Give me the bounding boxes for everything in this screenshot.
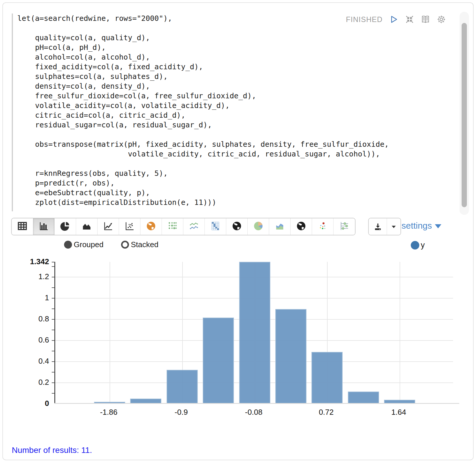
x-axis-label: -1.86: [100, 408, 117, 417]
scrollbar-track[interactable]: [460, 12, 469, 215]
series-color-dot: [411, 241, 419, 249]
parallel-coordinates-icon: [339, 221, 350, 232]
chart-type-button-multi-line[interactable]: [183, 218, 205, 235]
status-badge: FINISHED: [346, 15, 383, 24]
histogram-bar[interactable]: [203, 318, 234, 404]
y-axis-label: 0.4: [17, 357, 49, 366]
grouped-label: Grouped: [74, 240, 103, 249]
y-axis-label: 0: [17, 399, 49, 408]
bar-mode-options: Grouped Stacked: [64, 240, 158, 249]
chart-type-button-globe-dark2[interactable]: [291, 218, 312, 235]
histogram-bar[interactable]: [275, 309, 306, 404]
results-count: Number of results: 11.: [12, 446, 473, 455]
chart-type-button-dots-colored[interactable]: [312, 218, 333, 235]
editor-gutter-line: [12, 14, 13, 211]
caret-down-icon: [389, 222, 398, 231]
y-axis-tick: [52, 351, 54, 351]
chart-type-button-pie-colored[interactable]: [248, 218, 269, 235]
x-axis-label: -0.9: [175, 408, 188, 417]
globe-dark-icon: [232, 221, 242, 232]
code-editor[interactable]: let(a=search(redwine, rows="2000"), qual…: [17, 14, 389, 207]
y-axis-tick: [52, 266, 54, 267]
table-icon: [17, 221, 28, 232]
y-axis-label: 0.2: [17, 378, 49, 387]
y-axis-label: 0.8: [17, 314, 49, 323]
area-colored-icon: [274, 221, 285, 232]
stacked-label: Stacked: [131, 240, 158, 249]
download-split-button: [368, 218, 401, 235]
y-axis-tick: [52, 340, 54, 341]
chart-type-button-globe-dark[interactable]: [226, 218, 248, 235]
chart-type-group: [11, 218, 356, 235]
histogram-bar[interactable]: [239, 262, 270, 404]
pie-chart-icon: [60, 221, 71, 232]
settings-toggle[interactable]: settings: [402, 221, 441, 231]
collapse-icon[interactable]: [405, 15, 414, 24]
chart-type-button-globe-orange[interactable]: [140, 218, 162, 235]
paragraph-controls: FINISHED: [346, 15, 446, 24]
scatter-plot-icon: [124, 221, 135, 232]
download-icon: [373, 222, 382, 231]
chart-type-button-table[interactable]: [12, 218, 33, 235]
stacked-radio[interactable]: Stacked: [121, 240, 158, 249]
radio-selected-icon: [64, 241, 72, 249]
chart-section: Grouped Stacked y 1.3421.210.80.60.40.20…: [3, 238, 473, 429]
chart-type-button-parallel-coordinates[interactable]: [333, 218, 355, 235]
series-label: y: [421, 241, 425, 250]
multi-line-icon: [189, 221, 199, 232]
gear-icon[interactable]: [437, 15, 446, 24]
pie-colored-icon: [253, 221, 264, 232]
y-axis-tick: [52, 319, 54, 320]
y-axis-tick: [52, 287, 54, 288]
y-axis-label: 0.6: [17, 335, 49, 345]
globe-dark2-icon: [296, 221, 306, 232]
x-axis-label: 1.64: [391, 408, 406, 417]
chart-type-button-bar-chart[interactable]: [33, 218, 55, 235]
v-gridline: [110, 262, 110, 404]
download-menu-button[interactable]: [387, 218, 400, 235]
y-axis-tick: [52, 330, 54, 330]
heatmap-icon: [210, 221, 221, 232]
chart-type-button-pie-chart[interactable]: [55, 218, 76, 235]
y-axis-tick: [52, 262, 54, 262]
x-axis-label: -0.08: [245, 408, 262, 417]
chart-plot: [54, 262, 453, 404]
run-play-icon[interactable]: [389, 15, 398, 24]
settings-caret-icon: [435, 224, 441, 228]
chart-type-button-heatmap[interactable]: [205, 218, 226, 235]
y-axis-label: 1: [17, 293, 49, 302]
x-axis-label: 0.72: [319, 408, 334, 417]
x-axis-baseline: [54, 403, 459, 404]
histogram-bar[interactable]: [348, 392, 379, 404]
y-axis-label: 1.342: [17, 257, 49, 266]
histogram-bar[interactable]: [311, 352, 343, 404]
chart-type-button-area-colored[interactable]: [269, 218, 291, 235]
scrollbar-thumb[interactable]: [462, 23, 467, 207]
grouped-radio[interactable]: Grouped: [64, 240, 103, 249]
dots-colored-icon: [317, 221, 328, 232]
histogram-bar[interactable]: [167, 370, 198, 404]
chart-type-button-line-chart[interactable]: [98, 218, 119, 235]
book-icon[interactable]: [421, 15, 430, 24]
series-legend[interactable]: y: [411, 241, 425, 250]
line-chart-icon: [103, 221, 113, 232]
y-axis-tick: [52, 277, 54, 277]
chart-type-button-area-chart[interactable]: [76, 218, 98, 235]
y-axis-tick: [52, 393, 54, 394]
chart-type-button-scatter-matrix[interactable]: [162, 218, 183, 235]
download-button[interactable]: [369, 218, 387, 235]
y-axis-tick: [52, 382, 54, 383]
visualization-toolbar: settings: [3, 216, 473, 238]
y-axis-tick: [52, 308, 54, 309]
bar-chart-icon: [38, 221, 49, 232]
y-axis-label: 1.2: [17, 272, 49, 281]
y-axis-tick: [52, 372, 54, 372]
v-gridline: [400, 262, 400, 404]
y-axis-tick: [52, 298, 54, 299]
globe-orange-icon: [146, 221, 156, 232]
area-chart-icon: [81, 221, 92, 232]
paragraph-cell: let(a=search(redwine, rows="2000"), qual…: [2, 2, 474, 460]
code-area: let(a=search(redwine, rows="2000"), qual…: [3, 3, 473, 216]
y-axis-tick: [52, 361, 54, 362]
chart-type-button-scatter-plot[interactable]: [119, 218, 140, 235]
